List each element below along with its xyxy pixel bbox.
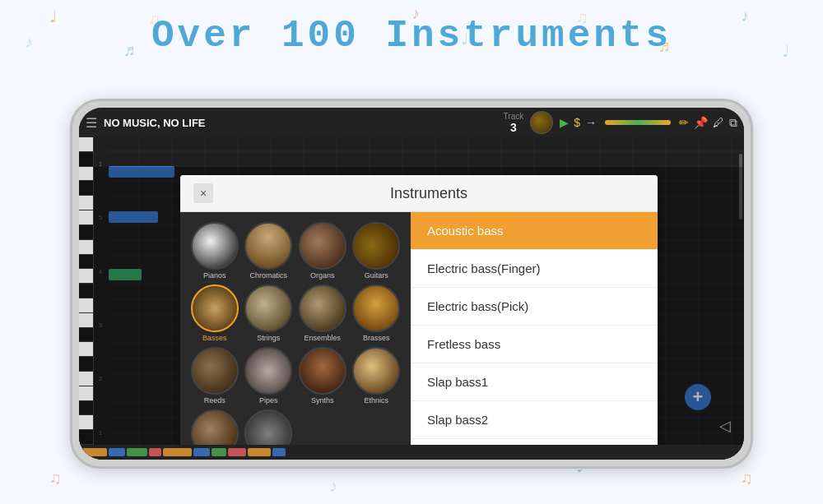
pin-icon[interactable]: 📌 bbox=[694, 116, 708, 129]
tl-block-orange2 bbox=[163, 448, 192, 456]
category-circle-guitars bbox=[352, 222, 400, 270]
category-label-chromatics: Chromatics bbox=[249, 271, 287, 280]
category-label-pianos: Pianos bbox=[203, 271, 226, 280]
category-item-chromatics[interactable]: Chromatics bbox=[244, 222, 294, 280]
edit-icon[interactable]: ✏ bbox=[679, 116, 689, 129]
deco-note-10: ♫ bbox=[49, 469, 62, 488]
pencil-icon[interactable]: 🖊 bbox=[713, 116, 724, 129]
category-circle-pianos bbox=[191, 222, 239, 270]
arrow-icon[interactable]: → bbox=[585, 116, 597, 129]
modal-overlay: × Instruments PianosChromaticsOrgansGuit… bbox=[94, 167, 744, 460]
category-item-strings[interactable]: Strings bbox=[244, 284, 294, 342]
category-item-guitars[interactable]: Guitars bbox=[352, 222, 402, 280]
instrument-item-slap_bass2[interactable]: Slap bass2 bbox=[411, 401, 658, 439]
track-info: Track 3 bbox=[504, 112, 524, 134]
category-item-brasses[interactable]: Brasses bbox=[352, 284, 402, 342]
tl-block-green2 bbox=[212, 448, 226, 456]
page-title: Over 100 Instruments bbox=[0, 15, 823, 58]
instrument-item-acoustic_bass[interactable]: Acoustic bass bbox=[411, 212, 658, 250]
dollar-icon[interactable]: $ bbox=[574, 116, 580, 129]
deco-note-12: ♪ bbox=[329, 477, 337, 496]
category-item-pipes[interactable]: Pipes bbox=[244, 347, 294, 405]
category-circle-pipes bbox=[244, 347, 292, 395]
timeline-area bbox=[79, 445, 744, 460]
app-title-label: NO MUSIC, NO LIFE bbox=[104, 117, 497, 129]
category-label-synths: Synths bbox=[311, 396, 334, 405]
top-bar-icons: ▶ $ → ✏ 📌 🖊 ⧉ bbox=[560, 116, 737, 130]
track-number: 3 bbox=[510, 121, 517, 134]
tl-block-blue2 bbox=[193, 448, 210, 456]
dialog-close-button[interactable]: × bbox=[193, 183, 213, 203]
instrument-item-fretless_bass[interactable]: Fretless bass bbox=[411, 326, 658, 363]
instrument-item-slap_bass1[interactable]: Slap bass1 bbox=[411, 363, 658, 401]
tl-block-green bbox=[127, 448, 147, 456]
grid-area: 1 5 4 3 2 1 bbox=[94, 137, 744, 460]
track-label: Track bbox=[504, 112, 524, 121]
category-circle-chromatics bbox=[244, 222, 292, 270]
category-label-ensembles: Ensembles bbox=[304, 334, 341, 342]
copy-icon[interactable]: ⧉ bbox=[729, 116, 737, 130]
category-item-reeds[interactable]: Reeds bbox=[190, 347, 239, 405]
deco-note-14: ♫ bbox=[741, 469, 753, 488]
category-label-brasses: Brasses bbox=[363, 334, 390, 342]
category-circle-organs bbox=[299, 222, 346, 270]
piano-keys bbox=[79, 137, 94, 460]
category-circle-ethnics bbox=[352, 347, 400, 395]
dialog-body: PianosChromaticsOrgansGuitarsBassesStrin… bbox=[180, 212, 658, 460]
category-circle-synths bbox=[299, 347, 346, 395]
tl-block-blue bbox=[109, 448, 125, 456]
drum-icon[interactable] bbox=[530, 111, 553, 134]
category-label-ethnics: Ethnics bbox=[364, 396, 388, 405]
tl-block-blue3 bbox=[272, 448, 286, 456]
tl-block-red bbox=[149, 448, 161, 456]
category-circle-brasses bbox=[352, 284, 400, 332]
category-item-ethnics[interactable]: Ethnics bbox=[352, 347, 402, 405]
play-icon[interactable]: ▶ bbox=[560, 116, 569, 129]
hamburger-icon[interactable]: ☰ bbox=[86, 115, 97, 131]
category-item-basses[interactable]: Basses bbox=[190, 284, 239, 342]
tl-block-red2 bbox=[228, 448, 246, 456]
category-circle-reeds bbox=[191, 347, 239, 395]
tl-block-orange bbox=[82, 448, 107, 456]
piano-area: 1 5 4 3 2 1 bbox=[79, 137, 744, 460]
category-circle-ensembles bbox=[299, 284, 346, 332]
dialog-header: × Instruments bbox=[180, 175, 658, 212]
category-item-organs[interactable]: Organs bbox=[298, 222, 347, 280]
phone-frame: ☰ NO MUSIC, NO LIFE Track 3 ▶ $ → ✏ 📌 🖊 … bbox=[70, 99, 753, 469]
category-label-reeds: Reeds bbox=[204, 396, 226, 405]
top-bar: ☰ NO MUSIC, NO LIFE Track 3 ▶ $ → ✏ 📌 🖊 … bbox=[79, 108, 744, 137]
category-item-synths[interactable]: Synths bbox=[298, 347, 347, 405]
category-circle-basses bbox=[191, 284, 239, 332]
instruments-list[interactable]: Acoustic bassElectric bass(Finger)Electr… bbox=[411, 212, 658, 460]
category-item-ensembles[interactable]: Ensembles bbox=[298, 284, 347, 342]
dialog-title: Instruments bbox=[213, 185, 644, 202]
tl-block-orange3 bbox=[248, 448, 271, 456]
category-label-guitars: Guitars bbox=[365, 271, 388, 280]
categories-panel: PianosChromaticsOrgansGuitarsBassesStrin… bbox=[180, 212, 411, 460]
instrument-item-electric_bass_pick[interactable]: Electric bass(Pick) bbox=[411, 288, 658, 326]
category-label-basses: Basses bbox=[202, 334, 227, 342]
category-item-pianos[interactable]: Pianos bbox=[190, 222, 239, 280]
phone-screen: ☰ NO MUSIC, NO LIFE Track 3 ▶ $ → ✏ 📌 🖊 … bbox=[79, 108, 744, 460]
category-circle-strings bbox=[244, 284, 292, 332]
instrument-item-electric_bass_finger[interactable]: Electric bass(Finger) bbox=[411, 250, 658, 288]
category-label-strings: Strings bbox=[257, 334, 280, 342]
category-label-organs: Organs bbox=[310, 271, 335, 280]
instruments-dialog: × Instruments PianosChromaticsOrgansGuit… bbox=[180, 175, 658, 460]
category-label-pipes: Pipes bbox=[259, 396, 278, 405]
